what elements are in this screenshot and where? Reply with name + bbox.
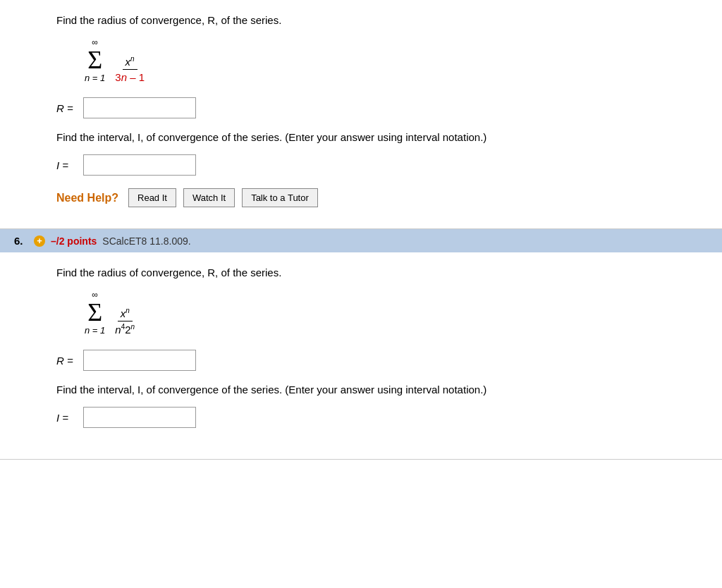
i-input-2[interactable] bbox=[83, 407, 196, 428]
problem5-formula: ∞ Σ n = 1 xn 3n – 1 bbox=[85, 37, 680, 83]
problem5-section: Find the radius of convergence, R, of th… bbox=[0, 0, 722, 229]
problem6-points: –/2 points bbox=[51, 235, 97, 247]
i-answer-row: I = bbox=[56, 154, 680, 176]
plus-icon[interactable]: + bbox=[34, 235, 45, 247]
talk-to-tutor-button[interactable]: Talk to a Tutor bbox=[242, 188, 318, 207]
i-label: I = bbox=[56, 159, 78, 171]
problem6-question2: Find the interval, I, of convergence of … bbox=[56, 384, 680, 396]
r-input[interactable] bbox=[83, 97, 196, 118]
need-help-row: Need Help? Read It Watch It Talk to a Tu… bbox=[56, 188, 680, 207]
fraction-2: xn n42n bbox=[112, 307, 137, 336]
need-help-label: Need Help? bbox=[56, 192, 118, 204]
r-input-2[interactable] bbox=[83, 350, 196, 371]
problem6-header: 6. + –/2 points SCalcET8 11.8.009. bbox=[0, 229, 722, 252]
problem5-question2: Find the interval, I, of convergence of … bbox=[56, 131, 680, 143]
i-input[interactable] bbox=[83, 154, 196, 176]
problem6-question1: Find the radius of convergence, R, of th… bbox=[56, 267, 680, 278]
problem6-ref: SCalcET8 11.8.009. bbox=[102, 235, 190, 247]
sigma-block: ∞ Σ n = 1 bbox=[85, 37, 105, 83]
r-label: R = bbox=[56, 102, 78, 114]
r-answer-row-2: R = bbox=[56, 350, 680, 371]
r-answer-row: R = bbox=[56, 97, 680, 118]
problem6-number: 6. bbox=[14, 235, 28, 247]
problem5-question1: Find the radius of convergence, R, of th… bbox=[56, 14, 680, 26]
i-answer-row-2: I = bbox=[56, 407, 680, 428]
read-it-button[interactable]: Read It bbox=[128, 188, 176, 207]
r-label-2: R = bbox=[56, 355, 78, 367]
problem6-formula: ∞ Σ n = 1 xn n42n bbox=[85, 290, 680, 336]
fraction: xn 3n – 1 bbox=[112, 55, 147, 83]
problem6-section: Find the radius of convergence, R, of th… bbox=[0, 252, 722, 460]
i-label-2: I = bbox=[56, 412, 78, 424]
sigma-block-2: ∞ Σ n = 1 bbox=[85, 290, 105, 336]
watch-it-button[interactable]: Watch It bbox=[183, 188, 235, 207]
